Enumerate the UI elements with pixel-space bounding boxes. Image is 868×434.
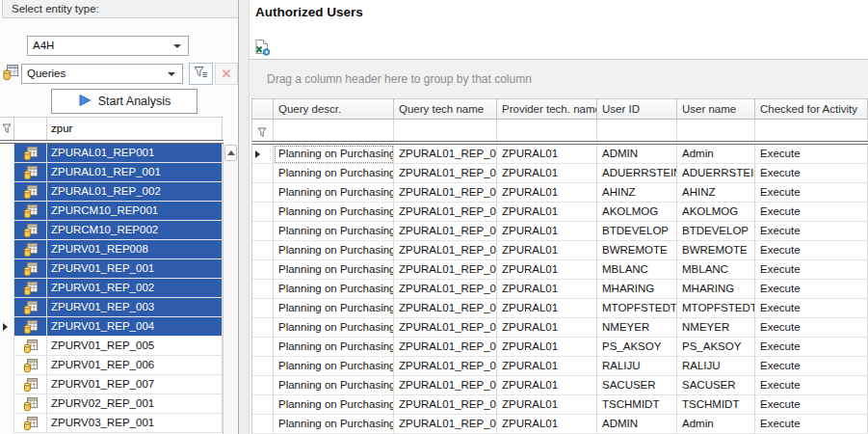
query-list-item[interactable]: ZPURV01_REP_001 xyxy=(0,259,223,279)
table-row[interactable]: Planning on Purchasing ZPURAL01_REP_001 … xyxy=(252,318,868,338)
query-list-item[interactable]: ZPURV01_REP_004 xyxy=(0,317,223,337)
cell-user-name[interactable]: Admin xyxy=(677,145,755,164)
cell-user-id[interactable]: BWREMOTE xyxy=(597,241,677,260)
table-row[interactable]: Planning on Purchasing ZPURAL01_REP_001 … xyxy=(252,280,868,299)
table-row[interactable]: Planning on Purchasing ZPURAL01_REP_001 … xyxy=(252,376,868,395)
cell-checked-for-activity[interactable]: Execute xyxy=(755,164,868,183)
cell-query-tech-name[interactable]: ZPURAL01_REP_001 xyxy=(394,338,497,357)
cell-provider-tech-name[interactable]: ZPURAL01 xyxy=(497,318,597,338)
cell-provider-tech-name[interactable]: ZPURAL01 xyxy=(497,338,597,357)
cell-checked-for-activity[interactable]: Execute xyxy=(755,260,868,280)
filter-query-descr-input[interactable] xyxy=(274,120,394,141)
filter-user-id-input[interactable] xyxy=(597,120,677,141)
col-header-provider-tech-name[interactable]: Provider tech. name xyxy=(497,98,597,120)
cell-checked-for-activity[interactable]: Execute xyxy=(755,357,868,376)
table-row[interactable]: Planning on Purchasing ZPURAL01_REP_001 … xyxy=(252,145,868,164)
query-list-item[interactable]: ZPURCM10_REP002 xyxy=(0,221,223,240)
cell-user-id[interactable]: SACUSER xyxy=(597,376,677,395)
table-row[interactable]: Planning on Purchasing ZPURAL01_REP_001 … xyxy=(252,183,868,203)
cell-query-descr[interactable]: Planning on Purchasing xyxy=(274,222,394,241)
table-row[interactable]: Planning on Purchasing ZPURAL01_REP_001 … xyxy=(252,222,868,241)
col-header-checked-for-activity[interactable]: Checked for Activity xyxy=(755,98,868,120)
cell-query-tech-name[interactable]: ZPURAL01_REP_001 xyxy=(394,241,497,260)
table-row[interactable]: Planning on Purchasing ZPURAL01_REP_001 … xyxy=(252,299,868,318)
query-list-item[interactable]: ZPURV02_REP_001 xyxy=(0,394,223,414)
cell-provider-tech-name[interactable]: ZPURAL01 xyxy=(497,415,597,434)
cell-checked-for-activity[interactable]: Execute xyxy=(755,395,868,415)
query-list-item[interactable]: ZPURV01_REP_007 xyxy=(0,375,223,394)
cell-user-name[interactable]: SACUSER xyxy=(677,376,755,395)
cell-provider-tech-name[interactable]: ZPURAL01 xyxy=(497,395,597,415)
cell-provider-tech-name[interactable]: ZPURAL01 xyxy=(497,203,597,222)
cell-user-name[interactable]: Admin xyxy=(677,415,755,434)
cell-query-tech-name[interactable]: ZPURAL01_REP_001 xyxy=(394,318,497,338)
query-list-item[interactable]: ZPURAL01_REP001 xyxy=(0,144,223,163)
query-list-item[interactable]: ZPURV01_REP_006 xyxy=(0,356,223,375)
col-header-user-id[interactable]: User ID xyxy=(597,98,677,120)
cell-query-descr[interactable]: Planning on Purchasing xyxy=(274,203,394,222)
filter-provider-tech-name-input[interactable] xyxy=(497,120,597,141)
cell-checked-for-activity[interactable]: Execute xyxy=(755,241,868,260)
cell-query-descr[interactable]: Planning on Purchasing xyxy=(274,280,394,299)
query-list-item[interactable]: ZPURV01_REP_003 xyxy=(0,298,223,317)
cell-provider-tech-name[interactable]: ZPURAL01 xyxy=(497,145,597,164)
cell-query-descr[interactable]: Planning on Purchasing xyxy=(274,183,394,203)
table-row[interactable]: Planning on Purchasing ZPURAL01_REP_001 … xyxy=(252,260,868,280)
cell-query-tech-name[interactable]: ZPURAL01_REP_001 xyxy=(394,203,497,222)
cell-user-id[interactable]: AHINZ xyxy=(597,183,677,203)
filter-settings-button[interactable] xyxy=(189,63,213,85)
query-list-item[interactable]: ZPURAL01_REP_001 xyxy=(0,163,223,182)
filter-checked-for-activity-input[interactable] xyxy=(755,120,868,141)
cell-user-id[interactable]: MBLANC xyxy=(597,260,677,280)
cell-provider-tech-name[interactable]: ZPURAL01 xyxy=(497,222,597,241)
table-row[interactable]: Planning on Purchasing ZPURAL01_REP_001 … xyxy=(252,395,868,415)
cell-checked-for-activity[interactable]: Execute xyxy=(755,318,868,338)
table-row[interactable]: Planning on Purchasing ZPURAL01_REP_001 … xyxy=(252,241,868,260)
cell-user-id[interactable]: PS_AKSOY xyxy=(597,338,677,357)
cell-query-tech-name[interactable]: ZPURAL01_REP_001 xyxy=(394,145,497,164)
cell-query-tech-name[interactable]: ZPURAL01_REP_001 xyxy=(394,280,497,299)
query-list-item[interactable]: ZPURV01_REP008 xyxy=(0,240,223,259)
cell-checked-for-activity[interactable]: Execute xyxy=(755,145,868,164)
cell-user-id[interactable]: NMEYER xyxy=(597,318,677,338)
export-to-excel-icon[interactable] xyxy=(253,39,271,56)
cell-user-name[interactable]: NMEYER xyxy=(677,318,755,338)
cell-query-tech-name[interactable]: ZPURAL01_REP_001 xyxy=(394,222,497,241)
clear-filter-button[interactable]: ✕ xyxy=(215,63,238,85)
cell-provider-tech-name[interactable]: ZPURAL01 xyxy=(497,164,597,183)
table-row[interactable]: Planning on Purchasing ZPURAL01_REP_001 … xyxy=(252,338,868,357)
col-header-query-descr[interactable]: Query descr. xyxy=(274,98,394,120)
cell-user-name[interactable]: PS_AKSOY xyxy=(677,338,755,357)
query-list-item[interactable]: ZPURAL01_REP_002 xyxy=(0,182,223,202)
filter-query-tech-name-input[interactable] xyxy=(394,120,497,141)
cell-query-tech-name[interactable]: ZPURAL01_REP_001 xyxy=(394,164,497,183)
cell-checked-for-activity[interactable]: Execute xyxy=(755,183,868,203)
cell-user-name[interactable]: TSCHMIDT xyxy=(677,395,755,415)
cell-provider-tech-name[interactable]: ZPURAL01 xyxy=(497,376,597,395)
cell-query-descr[interactable]: Planning on Purchasing xyxy=(274,357,394,376)
cell-query-descr[interactable]: Planning on Purchasing xyxy=(274,338,394,357)
cell-provider-tech-name[interactable]: ZPURAL01 xyxy=(497,241,597,260)
table-row[interactable]: Planning on Purchasing ZPURAL01_REP_001 … xyxy=(252,164,868,183)
query-list-item[interactable]: ZPURV03_REP_001 xyxy=(0,414,223,433)
cell-user-id[interactable]: ADUERRSTEIN xyxy=(597,164,677,183)
table-row[interactable]: Planning on Purchasing ZPURAL01_REP_001 … xyxy=(252,203,868,222)
cell-checked-for-activity[interactable]: Execute xyxy=(755,299,868,318)
cell-checked-for-activity[interactable]: Execute xyxy=(755,222,868,241)
table-row[interactable]: Planning on Purchasing ZPURAL01_REP_001 … xyxy=(252,357,868,376)
panel-splitter[interactable] xyxy=(238,0,250,434)
cell-user-name[interactable]: MHARING xyxy=(677,280,755,299)
filter-user-name-input[interactable] xyxy=(677,120,755,141)
cell-query-descr[interactable]: Planning on Purchasing xyxy=(274,299,394,318)
cell-query-tech-name[interactable]: ZPURAL01_REP_001 xyxy=(394,299,497,318)
cell-provider-tech-name[interactable]: ZPURAL01 xyxy=(497,183,597,203)
query-list-scrollbar[interactable] xyxy=(223,144,238,434)
cell-query-descr[interactable]: Planning on Purchasing xyxy=(274,376,394,395)
cell-user-id[interactable]: ADMIN xyxy=(597,145,677,164)
cell-user-id[interactable]: AKOLMOG xyxy=(597,203,677,222)
cell-query-descr[interactable]: Planning on Purchasing xyxy=(274,241,394,260)
cell-provider-tech-name[interactable]: ZPURAL01 xyxy=(497,260,597,280)
cell-user-name[interactable]: ADUERRSTEIN xyxy=(677,164,755,183)
cell-user-name[interactable]: AHINZ xyxy=(677,183,755,203)
cell-checked-for-activity[interactable]: Execute xyxy=(755,415,868,434)
